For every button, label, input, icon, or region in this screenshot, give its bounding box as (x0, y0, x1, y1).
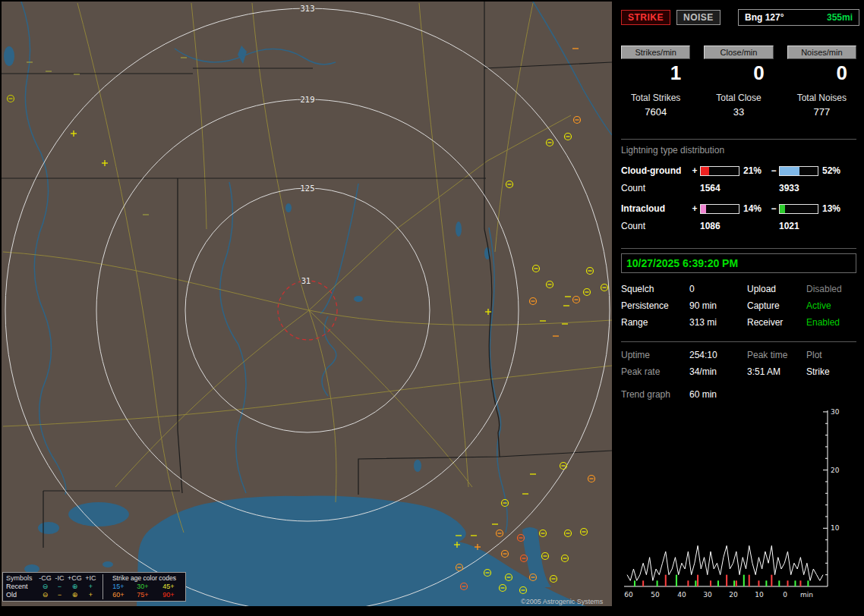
noises-per-min-button[interactable]: Noises/min (787, 46, 856, 59)
legend-symbols-header: Symbols (6, 574, 38, 583)
rate-counters: Strikes/min 1 Total Strikes 7604 Close/m… (621, 46, 856, 118)
ring-distance-label: 31 (301, 277, 311, 285)
age-60: 60+ (106, 591, 131, 599)
total-close-value: 33 (704, 106, 773, 118)
timestamp-display: 10/27/2025 6:39:20 PM (621, 253, 856, 273)
ic-negative-pct: 13% (818, 203, 862, 214)
plot-mode-value: Strike (806, 366, 862, 377)
cloud-ground-counts: Count 1564 3933 (621, 183, 862, 193)
ic-positive-count: 1086 (700, 221, 768, 231)
age-75: 75+ (131, 591, 155, 599)
plot-label: Plot (806, 350, 862, 360)
pic-recent-icon: + (83, 583, 99, 591)
legend-col-pcg: +CG (67, 574, 83, 583)
session-stats: Uptime 254:10 Peak time Plot Peak rate 3… (621, 350, 862, 377)
persistence-label: Persistence (621, 300, 689, 311)
count-label: Count (621, 183, 689, 193)
ic-positive-bar (700, 204, 739, 214)
minus-sign: − (768, 165, 779, 176)
trend-graph: 3020106050403020100min (621, 406, 852, 602)
svg-text:30: 30 (703, 591, 712, 599)
cg-positive-pct: 21% (739, 165, 768, 176)
close-column: Close/min 0 Total Close 33 (704, 46, 773, 118)
ring-distance-label: 313 (300, 5, 314, 13)
legend-col-pic: +IC (83, 574, 99, 583)
plus-sign: + (689, 165, 700, 176)
separator (621, 139, 856, 140)
ic-negative-bar (779, 204, 818, 214)
strikes-per-min-button[interactable]: Strikes/min (621, 46, 690, 59)
separator (621, 341, 856, 342)
intracloud-counts: Count 1086 1021 (621, 221, 862, 231)
pcg-old-icon: ⊕ (67, 591, 83, 599)
legend-row-old-label: Old (6, 591, 38, 599)
cg-positive-count: 1564 (700, 183, 768, 193)
pic-old-icon: + (83, 591, 99, 599)
svg-text:0: 0 (783, 591, 787, 599)
legend-row-recent-label: Recent (6, 583, 38, 591)
trend-graph-label: Trend graph (621, 389, 689, 400)
plus-sign: + (689, 203, 700, 214)
noise-mode-button[interactable]: NOISE (676, 10, 721, 25)
persistence-value: 90 min (689, 300, 747, 311)
map-svg: 31321912531 (2, 2, 612, 606)
age-15: 15+ (106, 583, 131, 591)
peak-time-label: Peak time (747, 350, 806, 360)
legend-divider (102, 574, 103, 599)
capture-label: Capture (747, 300, 806, 311)
svg-text:10: 10 (755, 591, 764, 599)
total-noises-label: Total Noises (787, 93, 856, 103)
svg-text:20: 20 (729, 591, 738, 599)
total-strikes-label: Total Strikes (621, 93, 690, 103)
svg-text:30: 30 (831, 408, 840, 416)
age-45: 45+ (155, 583, 182, 591)
cloud-ground-label: Cloud-ground (621, 165, 689, 176)
cg-negative-bar (779, 166, 818, 176)
cloud-ground-row: Cloud-ground + 21% − 52% (621, 165, 862, 176)
peak-time-value: 3:51 AM (747, 366, 806, 377)
stats-panel: STRIKE NOISE Bng 127° 355mi Strikes/min … (616, 0, 862, 616)
capture-status: Active (806, 300, 862, 311)
svg-text:50: 50 (651, 591, 660, 599)
noises-per-min-value: 0 (787, 62, 856, 83)
receiver-label: Receiver (747, 317, 806, 328)
bearing-value: Bng 127° (745, 12, 784, 23)
total-noises-value: 777 (787, 106, 856, 118)
uptime-label: Uptime (621, 350, 689, 360)
total-close-label: Total Close (704, 93, 773, 103)
intracloud-row: Intracloud + 14% − 13% (621, 203, 862, 214)
range-value: 355mi (827, 12, 853, 23)
cg-positive-bar (700, 166, 739, 176)
trend-header: Trend graph 60 min (621, 389, 862, 400)
bearing-range-display: Bng 127° 355mi (738, 9, 859, 26)
svg-text:40: 40 (677, 591, 686, 599)
squelch-label: Squelch (621, 284, 689, 294)
cg-negative-count: 3933 (779, 183, 862, 193)
mode-toolbar: STRIKE NOISE Bng 127° 355mi (621, 9, 862, 26)
minus-sign: − (768, 203, 779, 214)
peak-rate-label: Peak rate (621, 366, 689, 377)
squelch-value: 0 (689, 284, 747, 294)
age-90: 90+ (155, 591, 182, 599)
age-30: 30+ (131, 583, 155, 591)
ncg-recent-icon: ⊖ (38, 583, 52, 591)
range-label: Range (621, 317, 689, 328)
close-per-min-button[interactable]: Close/min (704, 46, 773, 59)
strikes-column: Strikes/min 1 Total Strikes 7604 (621, 46, 690, 118)
svg-text:10: 10 (831, 524, 840, 532)
lightning-map-display[interactable]: 31321912531 Symbols -CG -IC +CG +IC Stri… (2, 2, 612, 606)
copyright-text: ©2005 Astrogenic Systems (521, 598, 603, 605)
trend-window-value: 60 min (689, 389, 862, 400)
map-legend: Symbols -CG -IC +CG +IC Strike age color… (2, 572, 186, 602)
nic-recent-icon: − (52, 583, 67, 591)
legend-age-title: Strike age color codes (106, 574, 182, 583)
legend-col-ncg: -CG (38, 574, 52, 583)
close-per-min-value: 0 (704, 62, 773, 83)
cg-negative-pct: 52% (818, 165, 862, 176)
ring-distance-label: 219 (300, 96, 314, 104)
ncg-old-icon: ⊖ (38, 591, 52, 599)
receiver-status: Enabled (806, 317, 862, 328)
strike-mode-button[interactable]: STRIKE (621, 10, 670, 25)
separator (621, 248, 856, 249)
peak-rate-value: 34/min (689, 366, 747, 377)
